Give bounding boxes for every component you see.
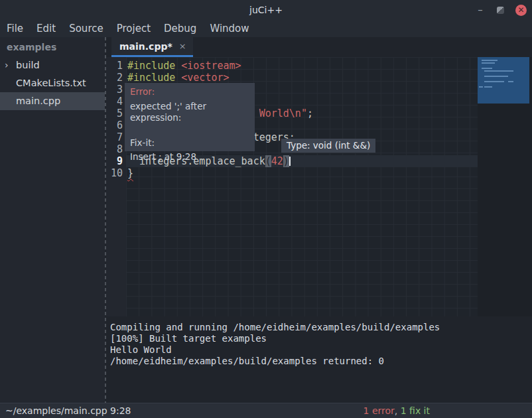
sidebar-item-build[interactable]: ›build	[0, 56, 105, 74]
terminal-output-panel[interactable]: Compiling and running /home/eidheim/exam…	[106, 316, 532, 403]
fixit-title: Fix-it:	[130, 137, 249, 149]
chevron-right-icon[interactable]: ›	[5, 56, 9, 74]
status-error-count: 1 error	[364, 405, 395, 416]
status-file-location: ~/examples/main.cpp 9:28	[5, 403, 131, 418]
menu-edit[interactable]: Edit	[30, 23, 62, 35]
line-number: 5	[106, 107, 123, 119]
juci-window: juCi++ – ✕ FileEditSourceProjectDebugWin…	[0, 0, 532, 418]
status-separator: ,	[395, 405, 401, 416]
file-tree-sidebar: examples ›buildCMakeLists.txtmain.cpp	[0, 37, 105, 403]
menu-project[interactable]: Project	[110, 23, 157, 35]
code-token: ;	[307, 107, 313, 119]
code-token: <iostream>	[181, 60, 241, 72]
tab-label: main.cpp*	[119, 41, 172, 52]
line-number-gutter: 12345678910	[106, 57, 126, 316]
code-token: )	[283, 155, 289, 167]
status-bar: ~/examples/main.cpp 9:28 1 error, 1 fix …	[0, 403, 532, 418]
line-number: 1	[106, 60, 123, 72]
code-line-2[interactable]: #include <vector>	[126, 72, 478, 84]
close-button[interactable]: ✕	[515, 5, 527, 16]
title-bar: juCi++ – ✕	[0, 0, 532, 20]
project-name-header: examples	[0, 37, 105, 56]
menu-file[interactable]: File	[7, 23, 30, 35]
sidebar-item-main-cpp[interactable]: main.cpp	[0, 92, 105, 110]
minimap[interactable]	[478, 57, 532, 316]
code-token: 42	[271, 155, 283, 167]
line-number: 4	[106, 96, 123, 107]
sidebar-item-label: build	[16, 60, 40, 70]
tab-main-cpp[interactable]: main.cpp* ×	[111, 37, 193, 57]
window-title: juCi++	[0, 5, 532, 15]
code-token	[175, 72, 181, 84]
minimap-code-line	[484, 70, 513, 72]
tab-close-icon[interactable]: ×	[179, 41, 186, 51]
minimap-code-line	[479, 86, 483, 88]
code-token: (	[265, 155, 271, 167]
line-number: 7	[106, 131, 123, 143]
status-fixit-count: 1 fix it	[401, 405, 430, 416]
minimap-code-line	[482, 68, 492, 69]
output-line: Hello World	[110, 344, 532, 356]
minimap-code-line	[484, 81, 504, 82]
minimap-code-line	[508, 81, 513, 82]
error-tooltip: Error: expected ';' after expression: Fi…	[125, 83, 255, 151]
line-number: 3	[106, 84, 123, 96]
fixit-message: Insert ; at 9:28	[130, 151, 249, 163]
code-token: <vector>	[181, 72, 229, 84]
output-line: Compiling and running /home/eidheim/exam…	[110, 322, 532, 333]
line-number: 8	[106, 143, 123, 155]
code-token	[175, 60, 181, 72]
window-controls: – ✕	[475, 0, 527, 20]
minimap-code-line	[482, 60, 498, 61]
output-line: /home/eidheim/examples/build/examples re…	[110, 356, 532, 367]
error-tooltip-message: expected ';' after expression:	[130, 101, 249, 123]
minimize-button[interactable]: –	[475, 4, 486, 16]
code-line-10[interactable]: }	[126, 167, 478, 179]
type-tooltip: Type: void (int &&)	[281, 139, 375, 153]
code-line-1[interactable]: #include <iostream>	[126, 60, 478, 72]
minimap-code-line	[484, 76, 508, 77]
restore-icon[interactable]	[497, 7, 504, 14]
line-number: 6	[106, 119, 123, 131]
status-diagnostics: 1 error, 1 fix it	[364, 403, 430, 418]
sidebar-item-cmakelists-txt[interactable]: CMakeLists.txt	[0, 74, 105, 92]
sidebar-item-label: main.cpp	[16, 96, 60, 106]
line-number: 9	[106, 155, 123, 167]
minimap-code-line	[482, 62, 495, 64]
menu-source[interactable]: Source	[62, 23, 110, 35]
minimap-viewport[interactable]	[478, 57, 529, 104]
menu-bar: FileEditSourceProjectDebugWindow	[0, 20, 532, 37]
error-tooltip-title: Error:	[130, 86, 249, 98]
minimap-code-line	[484, 86, 492, 88]
tab-bar: main.cpp* ×	[106, 37, 532, 57]
line-number: 2	[106, 72, 123, 84]
output-line: [100%] Built target examples	[110, 333, 532, 344]
text-cursor	[289, 157, 291, 166]
code-token: #include	[127, 60, 175, 72]
menu-window[interactable]: Window	[203, 23, 255, 35]
line-number: 10	[106, 167, 123, 179]
code-token: #include	[127, 72, 175, 84]
code-token: }	[127, 167, 133, 179]
menu-debug[interactable]: Debug	[157, 23, 203, 35]
sidebar-item-label: CMakeLists.txt	[16, 78, 86, 88]
